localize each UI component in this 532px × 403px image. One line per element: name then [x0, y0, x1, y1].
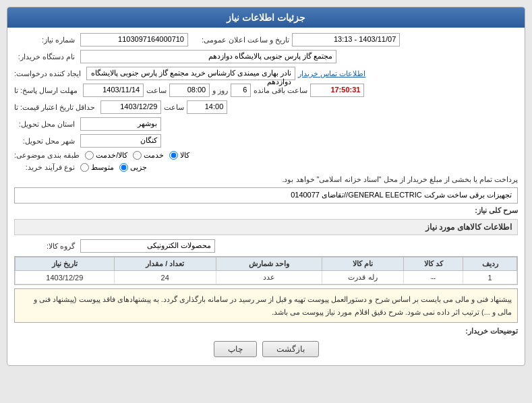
- page-title: جزئیات اطلاعات نیاز: [7, 7, 525, 28]
- col-vahad: واحد شمارش: [216, 257, 322, 271]
- mohlat-rooz-label: روز و: [212, 86, 228, 95]
- hadaqal-label: حداقل تاریخ اعتبار قیمت: تا: [14, 103, 95, 112]
- radio-jazzi-label: جزیی: [130, 163, 147, 172]
- col-radif: ردیف: [463, 257, 517, 271]
- col-tedad: تعداد / مقدار: [114, 257, 216, 271]
- nam-dastgah-label: نام دستگاه خریدار:: [14, 53, 75, 61]
- tazih-text: پیشنهاد فنی و مالی می بایست بر اساس شرح …: [14, 288, 518, 323]
- hadaqal-saat-value: 14:00: [187, 100, 227, 114]
- btn-bazgasht[interactable]: بازگشت: [262, 341, 319, 357]
- tabaqe-label: طبقه بندی موضوعی:: [14, 151, 80, 160]
- col-name: نام کالا: [322, 257, 404, 271]
- ostan-label: استان محل تحویل:: [14, 120, 75, 129]
- cell-name: رله قدرت: [322, 271, 404, 284]
- mohlat-date-value: 1403/11/14: [83, 84, 144, 97]
- goroh-value: محصولات الکترونیکی: [80, 239, 215, 253]
- cell-tedad: 24: [114, 271, 216, 284]
- mohlat-baqi-value: 17:50:31: [310, 84, 364, 97]
- etelaat-section-title: اطلاعات کالاهای مورد نیاز: [14, 219, 518, 235]
- farayand-radio-group: متوسط جزیی: [80, 163, 147, 172]
- col-kod: کد کالا: [403, 257, 463, 271]
- ijad-konande-label: ایجاد کننده درخواست:: [14, 69, 81, 78]
- btn-chap[interactable]: چاپ: [214, 341, 257, 357]
- mohlat-rooz-value: 6: [231, 84, 251, 97]
- shomara-label: شماره نیاز:: [14, 36, 75, 44]
- sarj-label: سرح کلی نیاز:: [14, 206, 518, 215]
- radio-jazzi[interactable]: جزیی: [119, 163, 147, 172]
- sarj-box: تجهیزات برقی ساخت شرکت GENERAL ELECTRIC/…: [14, 187, 518, 204]
- action-buttons: بازگشت چاپ: [14, 341, 518, 357]
- shahr-value: کنگان: [80, 134, 161, 148]
- hadaqal-saat-label: ساعت: [164, 103, 184, 112]
- nam-dastgah-value: مجتمع گاز پارس جنوبی پالایشگاه دوازدهم: [80, 50, 336, 63]
- farayand-note: پرداخت تمام یا بخشی از مبلغ خریدار از مح…: [282, 175, 518, 184]
- radio-kala-khadamat[interactable]: کالا/خدمت: [85, 151, 127, 160]
- shomara-value: 1103097164000710: [80, 33, 188, 46]
- shahr-label: شهر محل تحویل:: [14, 137, 75, 146]
- ostan-value: بوشهر: [80, 117, 161, 131]
- radio-kala[interactable]: کالا: [169, 151, 189, 160]
- mohlat-ersal-label: مهلت ارسال پاسخ: تا: [14, 86, 78, 95]
- radio-kala-label: کالا: [180, 151, 189, 160]
- tarikh-label: تاریخ و ساعت اعلان عمومی:: [202, 36, 289, 44]
- radio-motosat-label: متوسط: [91, 163, 114, 172]
- mohlat-saat-label: ساعت: [146, 86, 167, 95]
- kala-table: ردیف کد کالا نام کالا واحد شمارش تعداد /…: [14, 256, 518, 285]
- col-tarikh: تاریخ نیاز: [16, 257, 115, 271]
- cell-vahad: عدد: [216, 271, 322, 284]
- ijad-konande-value: نادر بهاری میمندی کارشناس خرید مجتمع گاز…: [86, 67, 295, 80]
- mohlat-baqi-label: ساعت باقی مانده: [254, 86, 307, 95]
- radio-motosat[interactable]: متوسط: [80, 163, 114, 172]
- mohlat-saat-value: 08:00: [169, 84, 210, 97]
- radio-khadamat[interactable]: خدمت: [133, 151, 164, 160]
- goroh-label: گروه کالا:: [14, 242, 75, 251]
- tabaqe-radio-group: کالا/خدمت خدمت کالا: [85, 151, 189, 160]
- cell-tarikh: 1403/12/29: [16, 271, 115, 284]
- hadaqal-date-value: 1403/12/29: [100, 100, 161, 114]
- nooe-farayand-label: نوع فرآیند خرید:: [14, 163, 75, 172]
- tazih-label: توضیحات خریدار:: [14, 327, 518, 336]
- cell-kod: --: [403, 271, 463, 284]
- table-row: 1 -- رله قدرت عدد 24 1403/12/29: [16, 271, 517, 284]
- radio-kala-khadamat-label: کالا/خدمت: [96, 151, 127, 160]
- radio-khadamat-label: خدمت: [144, 151, 164, 160]
- tarikh-value: 1403/11/07 - 13:13: [292, 33, 400, 46]
- etelaaat-tamas-link[interactable]: اطلاعات تماس خریدار: [298, 69, 365, 78]
- cell-radif: 1: [463, 271, 517, 284]
